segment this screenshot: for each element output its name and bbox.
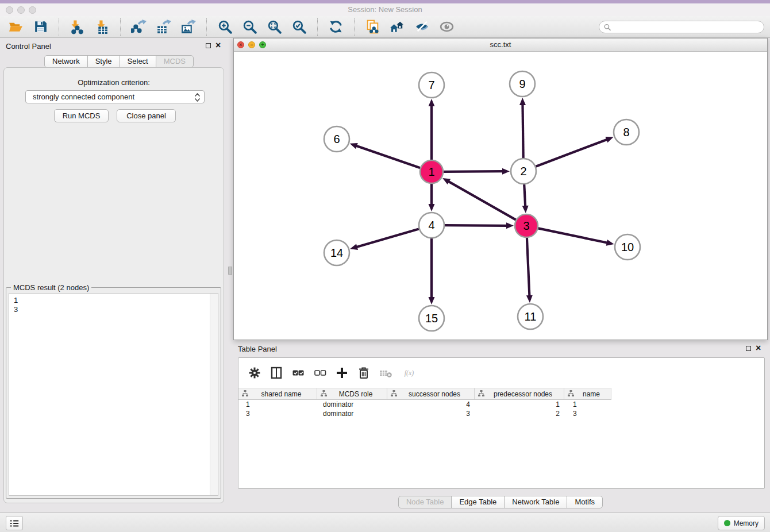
title-bar: Session: New Session — [0, 0, 770, 17]
export-network-icon[interactable] — [130, 18, 148, 36]
network-window-title: scc.txt — [234, 38, 767, 51]
table-cell[interactable]: 3 — [238, 409, 317, 418]
table-cell[interactable]: 3 — [564, 409, 611, 418]
show-all-icon[interactable] — [438, 18, 456, 36]
tab-select[interactable]: Select — [120, 55, 156, 68]
show-panels-menu-button[interactable] — [6, 516, 23, 530]
close-panel-button[interactable]: Close panel — [117, 109, 176, 122]
graph-node-3[interactable]: 3 — [515, 214, 538, 237]
graph-edge-1-2[interactable] — [444, 171, 503, 172]
graph-node-4[interactable]: 4 — [419, 213, 444, 238]
tab-network[interactable]: Network — [44, 55, 88, 68]
close-table-panel-icon[interactable]: × — [756, 345, 761, 351]
graph-node-11[interactable]: 11 — [518, 304, 543, 329]
table-settings-icon[interactable] — [247, 365, 263, 381]
open-session-icon[interactable] — [7, 18, 25, 36]
export-image-icon[interactable] — [179, 18, 198, 36]
hide-selected-icon[interactable] — [413, 18, 432, 36]
import-network-icon[interactable] — [68, 18, 87, 36]
select-all-icon[interactable] — [291, 365, 306, 381]
graph-edge-2-3[interactable] — [524, 184, 525, 207]
float-panel-icon[interactable] — [206, 43, 211, 48]
graph-edge-2-9[interactable] — [522, 104, 523, 158]
table-cell[interactable]: 4 — [387, 400, 475, 409]
vertical-split-handle[interactable] — [228, 267, 232, 275]
search-icon — [604, 24, 611, 31]
tab-edge-table[interactable]: Edge Table — [451, 496, 505, 508]
table-row-2[interactable]: 3dominator323 — [238, 409, 764, 418]
float-table-panel-icon[interactable] — [746, 346, 751, 351]
table-cell[interactable]: 1 — [564, 400, 611, 409]
export-table-icon[interactable] — [155, 18, 173, 36]
application-window: Session: New Session Control Panel × Net… — [0, 0, 770, 532]
apply-layout-icon[interactable] — [327, 18, 345, 36]
zoom-out-icon[interactable] — [241, 18, 259, 36]
new-network-from-selection-icon[interactable] — [364, 18, 382, 36]
graph-edge-4-3[interactable] — [445, 225, 507, 226]
search-box[interactable] — [599, 21, 764, 33]
column-header-shared-name[interactable]: shared name — [238, 388, 317, 399]
column-header-predecessor-nodes[interactable]: predecessor nodes — [475, 388, 564, 399]
graph-edge-4-14[interactable] — [356, 229, 419, 247]
close-panel-icon[interactable]: × — [215, 43, 221, 48]
deselect-all-icon[interactable] — [313, 365, 328, 381]
tab-node-table[interactable]: Node Table — [398, 496, 452, 508]
add-column-icon[interactable] — [334, 365, 350, 381]
network-canvas[interactable]: 1234678910111415 — [234, 52, 767, 340]
column-header-MCDS-role[interactable]: MCDS role — [317, 388, 387, 399]
criterion-dropdown[interactable]: strongly connected component — [25, 90, 205, 103]
network-window-titlebar[interactable]: × − + scc.txt — [234, 38, 767, 52]
tab-style[interactable]: Style — [87, 55, 120, 68]
graph-node-10[interactable]: 10 — [615, 234, 640, 260]
table-cell[interactable]: dominator — [317, 400, 387, 409]
graph-edge-3-10[interactable] — [538, 228, 608, 242]
table-cell[interactable]: dominator — [317, 409, 387, 418]
graph-node-9[interactable]: 9 — [510, 71, 535, 97]
graph-node-8[interactable]: 8 — [614, 119, 639, 145]
zoom-selected-icon[interactable] — [290, 18, 309, 36]
memory-button[interactable]: Memory — [718, 516, 765, 530]
tab-mcds[interactable]: MCDS — [156, 55, 194, 68]
graph-node-2[interactable]: 2 — [511, 159, 536, 184]
graph-node-1[interactable]: 1 — [420, 160, 443, 183]
first-neighbors-icon[interactable] — [388, 18, 407, 36]
memory-label: Memory — [734, 519, 759, 527]
column-header-label: MCDS role — [327, 390, 384, 398]
table-header-row: shared nameMCDS rolesuccessor nodesprede… — [238, 388, 611, 400]
tab-network-table[interactable]: Network Table — [504, 496, 567, 508]
table-cell[interactable]: 1 — [238, 400, 317, 409]
graph-edge-1-6[interactable] — [356, 145, 420, 168]
graph-edge-2-8[interactable] — [536, 139, 608, 166]
run-mcds-button[interactable]: Run MCDS — [54, 109, 109, 122]
zoom-fit-icon[interactable] — [265, 18, 284, 36]
mcds-result-area[interactable]: 1 3 — [9, 293, 218, 496]
import-table-icon[interactable] — [93, 18, 111, 36]
edge-arrowhead-icon — [522, 206, 529, 213]
zoom-in-icon[interactable] — [216, 18, 234, 36]
node-label: 15 — [425, 312, 438, 325]
graph-node-7[interactable]: 7 — [419, 72, 444, 98]
save-session-icon[interactable] — [32, 18, 50, 36]
graph-node-15[interactable]: 15 — [419, 306, 444, 331]
column-type-icon — [568, 390, 574, 398]
delete-columns-icon[interactable] — [356, 365, 372, 381]
column-header-label: predecessor nodes — [484, 390, 561, 398]
memory-status-icon — [724, 520, 730, 526]
column-header-name[interactable]: name — [564, 388, 611, 399]
main-toolbar — [0, 16, 770, 38]
table-cell[interactable]: 3 — [387, 409, 475, 418]
table-cell[interactable]: 2 — [475, 409, 564, 418]
table-row-1[interactable]: 1dominator411 — [238, 400, 764, 409]
toggle-panel-icon[interactable] — [269, 365, 284, 381]
graph-node-14[interactable]: 14 — [324, 240, 349, 265]
mcds-result-group: MCDS result (2 nodes) 1 3 — [6, 287, 221, 499]
graph-edge-3-1[interactable] — [448, 181, 516, 219]
table-cell[interactable]: 1 — [475, 400, 564, 409]
tab-motifs[interactable]: Motifs — [567, 496, 603, 508]
graph-edge-3-11[interactable] — [527, 238, 530, 296]
graph-node-6[interactable]: 6 — [324, 126, 349, 152]
search-input[interactable] — [611, 22, 759, 32]
node-label: 2 — [520, 165, 526, 178]
result-scrollbar[interactable] — [210, 294, 218, 495]
column-header-successor-nodes[interactable]: successor nodes — [387, 388, 475, 399]
